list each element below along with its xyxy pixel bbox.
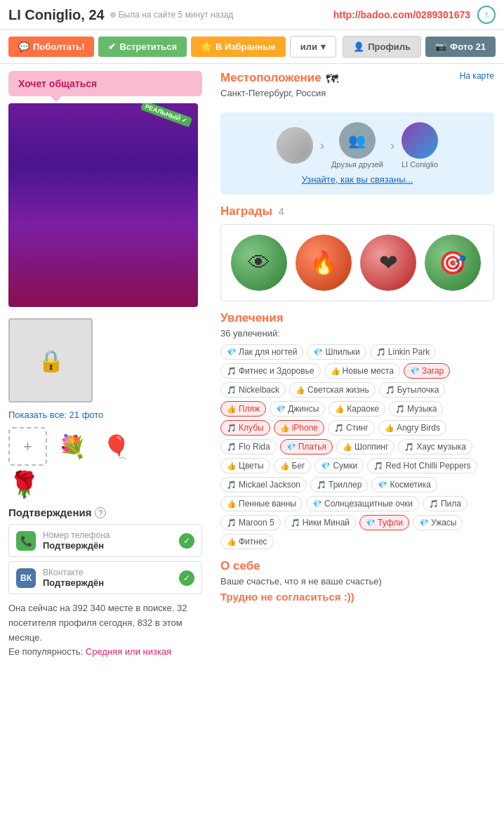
tag-icon: 👍 — [385, 424, 394, 433]
camera-icon: 📷 — [435, 41, 446, 52]
help-icon[interactable]: ? — [95, 507, 106, 518]
interest-tag[interactable]: 🎵Red Hot Chilli Peppers — [367, 458, 477, 473]
star-icon: ⭐ — [201, 41, 212, 52]
chevron-down-icon: ▾ — [321, 41, 326, 52]
interest-tag[interactable]: 👍Бег — [274, 458, 312, 473]
interest-tag[interactable]: 💎Косметика — [371, 477, 437, 492]
interest-tag[interactable]: 🎵Триллер — [310, 477, 368, 492]
interest-tag[interactable]: 💎Туфли — [359, 515, 409, 530]
rose-icon: 🌹 — [8, 470, 40, 499]
action-bar: 💬 Поболтать! ✔ Встретиться ⭐ В Избранные… — [0, 30, 504, 64]
interest-tag[interactable]: 🎵Хаус музыка — [398, 439, 472, 454]
interest-tag[interactable]: 💎Сумки — [314, 458, 364, 473]
interest-tag[interactable]: 🎵Пила — [423, 496, 467, 511]
award-heart: ❤ — [360, 235, 416, 291]
tag-icon: 🎵 — [227, 386, 237, 395]
location-section: На карте Местоположение 🗺 Санкт-Петербур… — [220, 71, 494, 105]
tag-icon: 👍 — [227, 405, 237, 414]
popularity-link[interactable]: Средняя или низкая — [86, 646, 171, 657]
profile-name: LI Coniglio, 24 — [8, 7, 105, 23]
checkmark-icon: ✔ — [108, 41, 116, 52]
meet-button[interactable]: ✔ Встретиться — [98, 37, 187, 57]
flowers-icon: 💐 — [58, 433, 86, 460]
tag-icon: 💎 — [366, 518, 376, 528]
profile-status: Была на сайте 5 минут назад — [110, 10, 234, 20]
blurred-image — [277, 127, 313, 164]
main-content: Хочет общаться РЕАЛЬНЫЙ ✓ 🔒 Показать все… — [0, 64, 504, 667]
tag-icon: 🎵 — [395, 405, 405, 414]
tag-icon: 👍 — [280, 462, 290, 471]
interest-tag[interactable]: 🎵Flo Rida — [220, 439, 277, 454]
chat-button[interactable]: 💬 Поболтать! — [8, 37, 94, 57]
interest-tag[interactable]: 👍Светская жизнь — [289, 382, 376, 398]
left-column: Хочет общаться РЕАЛЬНЫЙ ✓ 🔒 Показать все… — [0, 64, 211, 667]
interest-tag[interactable]: 👍Пляж — [220, 401, 266, 417]
main-profile-photo[interactable]: РЕАЛЬНЫЙ ✓ — [8, 103, 198, 307]
find-connection-link[interactable]: Узнайте, как вы связаны... — [302, 174, 413, 185]
interest-tag[interactable]: 💎Джинсы — [270, 401, 325, 417]
tag-icon: 🎵 — [404, 443, 414, 452]
interest-tag[interactable]: 🎵Клубы — [220, 420, 270, 436]
awards-section: Награды 4 👁 🔥 ❤ 🎯 — [220, 204, 494, 301]
about-text: Ваше счастье, что я не ваше счастье) — [220, 576, 494, 587]
connections-row: › 👥 Друзья друзей › LI Coniglio — [230, 122, 484, 169]
arrow-right-icon: › — [320, 138, 324, 153]
map-icon: 🗺 — [326, 72, 338, 87]
tag-icon: 👍 — [227, 499, 237, 509]
interest-tag[interactable]: 💎Лак для ногтей — [220, 344, 303, 360]
connection-blurred — [277, 127, 313, 164]
locked-photo[interactable]: 🔒 — [8, 318, 93, 403]
awards-count: 4 — [279, 206, 284, 217]
show-all-photos-link[interactable]: Показать все: 21 фото — [8, 410, 202, 420]
interests-count: 36 увлечений: — [220, 328, 494, 339]
interest-tag[interactable]: 👍Пенные ванны — [220, 496, 303, 511]
upload-button[interactable]: ↑ — [477, 6, 496, 24]
interest-tag[interactable]: 💎Шпильки — [307, 344, 366, 360]
tag-icon: 👍 — [335, 405, 345, 414]
interest-tag[interactable]: 🎵Музыка — [389, 401, 443, 417]
interest-tag[interactable]: 👍Караоке — [329, 401, 385, 417]
interest-tag[interactable]: 👍Angry Birds — [378, 420, 446, 436]
interest-tag[interactable]: 🎵Linkin Park — [370, 344, 436, 360]
profile-tab-button[interactable]: 👤 Профиль — [343, 36, 421, 58]
favorites-button[interactable]: ⭐ В Избранные — [191, 37, 286, 57]
interest-tag[interactable]: 👍Шоппинг — [336, 439, 394, 454]
tag-icon: 🎵 — [227, 367, 237, 376]
interest-tag[interactable]: 🎵Ники Минай — [284, 515, 356, 530]
interest-tag[interactable]: 👍Цветы — [220, 458, 270, 473]
add-gift-button[interactable]: + — [8, 427, 47, 466]
interest-tag[interactable]: 👍Фитнес — [220, 534, 274, 549]
right-column: На карте Местоположение 🗺 Санкт-Петербур… — [211, 64, 504, 667]
photo-tab-button[interactable]: 📷 Фото 21 — [425, 37, 496, 57]
interest-tag[interactable]: 🎵Фитнес и Здоровье — [220, 363, 321, 379]
vk-confirmation: ВК ВКонтакте Подтверждён ✓ — [8, 561, 202, 594]
interest-tag[interactable]: 💎Загар — [404, 363, 450, 379]
map-link[interactable]: На карте — [460, 71, 494, 81]
balloons-icon: 🎈 — [102, 433, 131, 460]
award-target: 🎯 — [425, 235, 481, 291]
interest-tag[interactable]: 🎵Nickelback — [220, 382, 286, 398]
profile-url[interactable]: http://badoo.com/0289301673 — [333, 9, 470, 20]
tag-icon: 💎 — [312, 499, 322, 509]
or-button[interactable]: или ▾ — [290, 36, 336, 58]
tag-icon: 👍 — [343, 443, 352, 452]
interest-tag[interactable]: 💎Платья — [280, 439, 333, 454]
tag-icon: 💎 — [227, 348, 237, 357]
interest-tag[interactable]: 👍iPhone — [274, 420, 324, 436]
interest-tag[interactable]: 🎵Maroon 5 — [220, 515, 281, 530]
phone-check-icon: ✓ — [179, 533, 194, 549]
stats-section: Она сейчас на 392 340 месте в поиске. 32… — [8, 601, 202, 660]
tag-icon: 🎵 — [429, 499, 439, 509]
tag-icon: 👍 — [296, 386, 305, 395]
interest-tag[interactable]: 🎵Бутылочка — [379, 382, 446, 398]
vk-check-icon: ✓ — [179, 570, 194, 586]
interest-tag[interactable]: 💎Ужасы — [413, 515, 463, 530]
user-avatar — [402, 122, 438, 159]
tag-icon: 💎 — [378, 480, 387, 490]
lock-icon: 🔒 — [38, 348, 64, 373]
interest-tag[interactable]: 🎵Mickael Jackson — [220, 477, 307, 492]
tag-icon: 🎵 — [385, 386, 395, 395]
interest-tag[interactable]: 🎵Стинг — [328, 420, 375, 436]
interest-tag[interactable]: 👍Новые места — [324, 363, 400, 379]
interest-tag[interactable]: 💎Солнцезащитные очки — [306, 496, 419, 511]
